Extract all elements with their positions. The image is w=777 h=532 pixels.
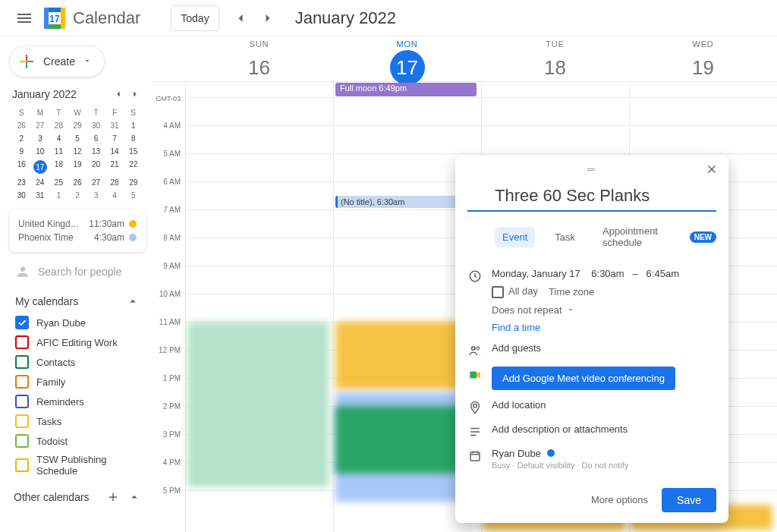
mini-day[interactable]: 4: [49, 132, 68, 145]
calendar-checkbox[interactable]: [15, 414, 29, 428]
mini-day[interactable]: 12: [68, 145, 87, 158]
mini-day[interactable]: 5: [124, 189, 143, 202]
mini-day[interactable]: 15: [124, 145, 143, 158]
mini-day[interactable]: 17: [31, 158, 50, 176]
mini-next-button[interactable]: [127, 87, 143, 102]
drag-handle-icon[interactable]: ═: [481, 163, 703, 175]
close-button[interactable]: [703, 160, 721, 178]
mini-day[interactable]: 30: [87, 119, 105, 132]
calendar-checkbox[interactable]: [15, 375, 29, 389]
mini-day[interactable]: 1: [124, 119, 143, 132]
repeat-dropdown[interactable]: Does not repeat: [492, 304, 716, 316]
search-people-input[interactable]: Search for people: [6, 258, 149, 285]
event-end-time[interactable]: 6:45am: [646, 268, 679, 279]
mini-day[interactable]: 1: [49, 189, 68, 202]
mini-day[interactable]: 2: [12, 132, 31, 145]
calendar-item[interactable]: Tasks: [14, 411, 141, 431]
mini-day[interactable]: 29: [68, 119, 87, 132]
mini-day[interactable]: 2: [68, 189, 87, 202]
add-guests-link[interactable]: Add guests: [492, 342, 716, 354]
day-header[interactable]: SUN16: [185, 36, 333, 81]
mini-day[interactable]: 5: [68, 132, 87, 145]
mini-day[interactable]: 21: [105, 158, 124, 176]
calendar-item[interactable]: Contacts: [14, 352, 141, 372]
mini-day[interactable]: 20: [87, 158, 105, 176]
find-a-time-link[interactable]: Find a time: [492, 322, 716, 333]
allday-cell[interactable]: Full moon 6:49pm: [333, 82, 481, 97]
event-start-time[interactable]: 6:30am: [591, 268, 624, 279]
calendar-checkbox[interactable]: [15, 355, 29, 369]
tab-event[interactable]: Event: [495, 227, 535, 247]
mini-day[interactable]: 13: [87, 145, 105, 158]
mini-day[interactable]: 3: [31, 132, 50, 145]
mini-day[interactable]: 18: [49, 158, 68, 176]
mini-day[interactable]: 27: [31, 119, 50, 132]
allday-cell[interactable]: [185, 82, 333, 97]
mini-day[interactable]: 31: [105, 119, 124, 132]
add-calendar-icon[interactable]: [106, 490, 120, 504]
mini-day[interactable]: 11: [49, 145, 68, 158]
calendar-checkbox[interactable]: [15, 434, 29, 448]
add-description-link[interactable]: Add description or attachments: [492, 423, 716, 435]
main-menu-icon[interactable]: [6, 9, 42, 27]
mini-day[interactable]: 6: [87, 132, 105, 145]
calendar-item[interactable]: TSW Publishing Schedule: [14, 451, 141, 480]
calendar-checkbox[interactable]: [15, 458, 29, 472]
mini-day[interactable]: 19: [68, 158, 87, 176]
calendar-item[interactable]: Todoist: [14, 431, 141, 451]
event-date[interactable]: Monday, January 17: [492, 268, 580, 279]
calendar-checkbox[interactable]: [15, 316, 29, 329]
calendar-item[interactable]: Family: [14, 372, 141, 392]
mini-prev-button[interactable]: [111, 87, 126, 102]
calendar-checkbox[interactable]: [15, 335, 29, 349]
mini-day[interactable]: 25: [49, 176, 68, 189]
event-title-input[interactable]: [467, 183, 716, 212]
calendar-item[interactable]: Ryan Dube: [14, 313, 141, 332]
chevron-up-icon[interactable]: [127, 490, 141, 504]
add-meet-button[interactable]: Add Google Meet video conferencing: [492, 367, 675, 390]
mini-day[interactable]: 26: [68, 176, 87, 189]
mini-day[interactable]: 14: [105, 145, 124, 158]
allday-cell[interactable]: [629, 82, 777, 97]
mini-day[interactable]: 26: [12, 119, 31, 132]
calendar-item[interactable]: Reminders: [14, 392, 141, 411]
mini-day[interactable]: 22: [124, 158, 143, 176]
day-header[interactable]: MON17: [333, 36, 481, 81]
mini-day[interactable]: 16: [12, 158, 31, 176]
mini-day[interactable]: 9: [12, 145, 31, 158]
mini-day[interactable]: 3: [87, 189, 105, 202]
calendar-checkbox[interactable]: [15, 395, 29, 408]
mini-day[interactable]: 28: [105, 176, 124, 189]
mini-day[interactable]: 10: [31, 145, 50, 158]
event-calendar-name[interactable]: Ryan Dube: [492, 448, 541, 459]
day-column[interactable]: [185, 97, 333, 532]
prev-period-button[interactable]: [228, 6, 253, 30]
mini-day[interactable]: 29: [124, 176, 143, 189]
mini-day[interactable]: 8: [124, 132, 143, 145]
next-period-button[interactable]: [256, 6, 280, 30]
mini-day[interactable]: 7: [105, 132, 124, 145]
day-header[interactable]: WED19: [629, 36, 777, 81]
mini-day[interactable]: 24: [31, 176, 50, 189]
allday-cell[interactable]: [481, 82, 629, 97]
tab-task[interactable]: Task: [547, 227, 583, 247]
day-header[interactable]: TUE18: [481, 36, 629, 81]
event-block[interactable]: [187, 322, 329, 487]
allday-checkbox[interactable]: All day: [492, 285, 538, 298]
my-calendars-toggle[interactable]: My calendars: [14, 290, 141, 313]
add-location-link[interactable]: Add location: [492, 399, 716, 411]
calendar-item[interactable]: AFIC Editing Work: [14, 332, 141, 352]
today-button[interactable]: Today: [171, 5, 219, 31]
mini-day[interactable]: 23: [12, 176, 31, 189]
allday-event-fullmoon[interactable]: Full moon 6:49pm: [335, 83, 477, 96]
mini-day[interactable]: 31: [31, 189, 50, 202]
tab-appointment[interactable]: Appointment schedule: [595, 221, 678, 253]
more-options-button[interactable]: More options: [591, 494, 648, 505]
save-button[interactable]: Save: [662, 488, 716, 512]
mini-day[interactable]: 27: [87, 176, 105, 189]
create-button[interactable]: Create: [9, 46, 105, 77]
event-visibility-info[interactable]: Busy · Default visibility · Do not notif…: [492, 461, 716, 470]
mini-day[interactable]: 4: [105, 189, 124, 202]
timezone-link[interactable]: Time zone: [549, 286, 594, 297]
mini-day[interactable]: 30: [12, 189, 31, 202]
